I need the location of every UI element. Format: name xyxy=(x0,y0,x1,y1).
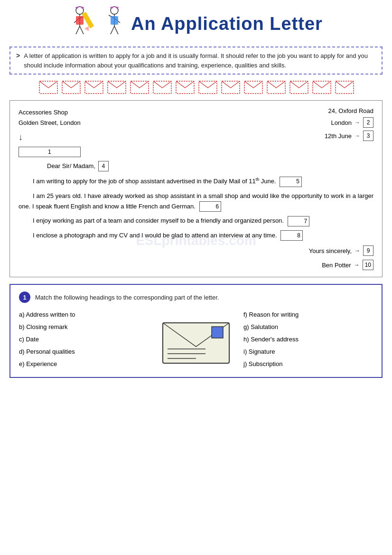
letter-signature: Ben Potter → 10 xyxy=(19,260,373,270)
exercise-content: a) Address written to b) Closing remark … xyxy=(19,309,373,370)
list-item: g) Salutation xyxy=(243,321,373,333)
recipient-line1: Accessories Shop xyxy=(19,107,81,118)
svg-point-12 xyxy=(110,7,113,9)
date-text: 12th June xyxy=(325,132,352,140)
list-item: f) Reason for writing xyxy=(243,309,373,321)
svg-rect-9 xyxy=(82,12,94,28)
list-item: d) Personal qualities xyxy=(19,346,149,358)
header-svg-icon xyxy=(69,5,126,43)
exercise-right-column: f) Reason for writing g) Salutation h) S… xyxy=(243,309,373,370)
para1-text: I am writing to apply for the job of sho… xyxy=(33,178,256,185)
ref-box-3: 3 xyxy=(363,131,373,141)
sender-side: 24, Oxford Road London → 2 12th June → 3 xyxy=(325,107,373,141)
exercise-header: 1 Match the following headings to the co… xyxy=(19,292,373,303)
para4: I enclose a photograph and my CV and I w… xyxy=(19,230,373,241)
closing-text: Yours sincerely, xyxy=(309,247,352,254)
ref-box-6: 6 xyxy=(199,201,222,212)
ref-box-1: 1 xyxy=(19,147,81,157)
salutation-text: Dear Sir/ Madam, xyxy=(47,162,95,169)
ref-box-5: 5 xyxy=(280,177,302,187)
para2-text: I am 25 years old. I have already worked… xyxy=(19,192,373,210)
para4-text: I enclose a photograph and my CV and I w… xyxy=(33,232,277,239)
arrow-icon-2: → xyxy=(355,119,360,126)
decoration-strip xyxy=(9,79,383,96)
list-item: b) Closing remark xyxy=(19,321,149,333)
page-title: An Application Letter xyxy=(131,14,323,34)
letter-top: Accessories Shop Golden Street, London ↓… xyxy=(19,107,373,157)
svg-rect-19 xyxy=(111,16,118,25)
arrow-icon-3: → xyxy=(355,132,360,139)
arrow-icon-9: → xyxy=(355,247,360,254)
envelope-illustration xyxy=(158,309,234,370)
svg-point-2 xyxy=(81,7,84,9)
intro-arrow-icon: > xyxy=(16,52,20,59)
ref-box-9: 9 xyxy=(363,245,373,256)
svg-line-6 xyxy=(76,26,80,34)
para1: I am writing to apply for the job of sho… xyxy=(19,176,373,187)
list-item: e) Experience xyxy=(19,358,149,370)
sender-city-row: London → 2 xyxy=(331,117,373,128)
svg-point-13 xyxy=(116,7,119,9)
letter-closing: Yours sincerely, → 9 xyxy=(19,245,373,256)
list-item: c) Date xyxy=(19,333,149,346)
para2: I am 25 years old. I have already worked… xyxy=(19,191,373,212)
header-illustration xyxy=(69,5,126,43)
envelope-strip-svg xyxy=(35,79,357,96)
intro-box: > A letter of application is written to … xyxy=(9,47,383,75)
svg-line-18 xyxy=(114,26,118,34)
ref-box-8: 8 xyxy=(280,230,303,241)
sender-address-row: 24, Oxford Road xyxy=(328,107,373,114)
down-arrow-icon: ↓ xyxy=(19,130,23,145)
ref-box-4: 4 xyxy=(98,161,109,171)
salutation-row: Dear Sir/ Madam, 4 xyxy=(47,161,373,171)
recipient-address: Accessories Shop Golden Street, London ↓… xyxy=(19,107,81,157)
arrow-icon-10: → xyxy=(354,262,360,268)
header: An Application Letter xyxy=(9,5,383,43)
svg-line-7 xyxy=(80,26,84,34)
signature-text: Ben Potter xyxy=(322,262,351,269)
exercise-box: 1 Match the following headings to the co… xyxy=(9,284,383,378)
list-item: a) Address written to xyxy=(19,309,149,321)
para1-end: June. xyxy=(259,178,276,185)
svg-line-17 xyxy=(111,26,114,34)
list-item: j) Subscription xyxy=(243,358,373,370)
recipient-line2: Golden Street, London xyxy=(19,118,81,128)
para3-text: I enjoy working as part of a team and co… xyxy=(33,217,284,224)
svg-point-1 xyxy=(75,7,78,9)
list-item: i) Signature xyxy=(243,346,373,358)
letter-box: ESLprintables.com Accessories Shop Golde… xyxy=(9,100,383,277)
envelope-svg-icon xyxy=(160,313,232,366)
exercise-number: 1 xyxy=(19,292,30,303)
sender-city-text: London xyxy=(331,119,352,126)
svg-rect-22 xyxy=(212,327,223,338)
ref-box-10: 10 xyxy=(363,260,373,270)
intro-text: A letter of application is written to ap… xyxy=(24,51,376,70)
para3: I enjoy working as part of a team and co… xyxy=(19,216,373,226)
exercise-left-column: a) Address written to b) Closing remark … xyxy=(19,309,149,370)
svg-rect-8 xyxy=(76,16,84,25)
exercise-instruction: Match the following headings to the corr… xyxy=(35,294,219,301)
ref-box-7: 7 xyxy=(288,216,310,226)
ref-box-2: 2 xyxy=(363,117,373,128)
sender-address-text: 24, Oxford Road xyxy=(328,107,373,114)
list-item: h) Sender's address xyxy=(243,333,373,346)
date-row: 12th June → 3 xyxy=(325,131,373,141)
